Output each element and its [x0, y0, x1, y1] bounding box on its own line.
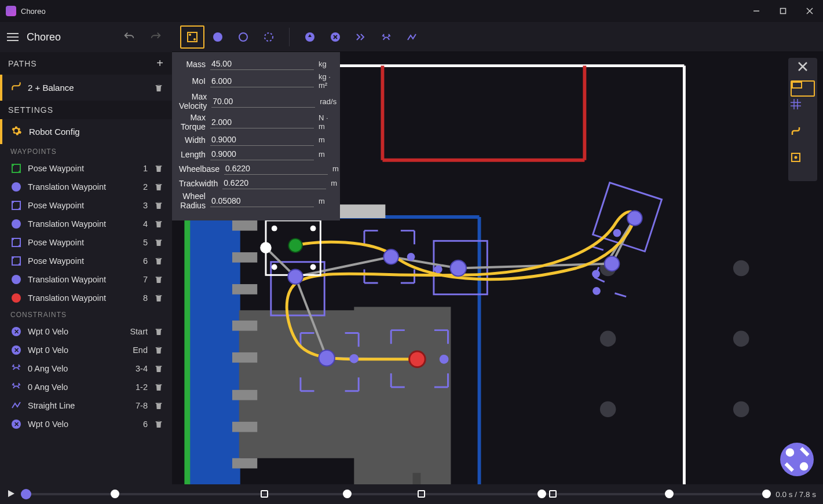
constraint-range: Start [126, 327, 148, 336]
svg-rect-26 [232, 284, 257, 295]
tool-stop-point[interactable] [349, 25, 373, 49]
config-input[interactable] [222, 177, 326, 189]
svg-point-8 [239, 33, 247, 41]
delete-path-button[interactable] [153, 83, 164, 93]
path-icon [10, 80, 22, 95]
delete-waypoint-button[interactable] [153, 293, 164, 303]
tool-straight-line[interactable] [400, 25, 424, 49]
constraint-icon: ✕ [10, 418, 22, 430]
svg-point-48 [288, 238, 302, 252]
gear-icon [10, 125, 22, 138]
waypoint-number: 7 [126, 275, 148, 284]
svg-point-72 [786, 448, 795, 457]
constraint-label: Wpt 0 Velo [28, 327, 120, 336]
waypoint-type-icon [10, 237, 22, 248]
delete-constraint-button[interactable] [153, 345, 164, 355]
constraint-item[interactable]: ✕ Wpt 0 Velo End [0, 341, 172, 359]
play-button[interactable] [7, 490, 15, 499]
delete-waypoint-button[interactable] [153, 238, 164, 247]
config-input[interactable] [224, 163, 328, 175]
config-input[interactable] [210, 195, 314, 207]
tool-angular-constraint[interactable] [374, 25, 398, 49]
waypoint-item[interactable]: Translation Waypoint 4 [0, 215, 172, 233]
config-row: Trackwidth m [179, 177, 331, 189]
timeline-scrubber[interactable] [21, 489, 31, 499]
constraint-item[interactable]: Straight Line 7-8 [0, 396, 172, 415]
constraint-item[interactable]: ✕ Wpt 0 Velo 6 [0, 415, 172, 433]
config-unit: m [319, 197, 331, 205]
delete-waypoint-button[interactable] [153, 164, 164, 173]
delete-constraint-button[interactable] [153, 327, 164, 336]
tool-translation-waypoint[interactable] [206, 25, 230, 49]
tool-initial-guess[interactable] [257, 25, 281, 49]
timeline: 0.0 s / 7.8 s [0, 484, 823, 504]
waypoint-item[interactable]: Translation Waypoint 8 [0, 289, 172, 307]
config-unit: m [332, 164, 339, 173]
robot-config-item[interactable]: Robot Config [0, 119, 172, 144]
waypoint-item[interactable]: Pose Waypoint 3 [0, 196, 172, 215]
paths-header: PATHS + [0, 52, 172, 75]
maximize-button[interactable] [770, 0, 796, 22]
tool-heading[interactable] [298, 25, 322, 49]
svg-point-50 [383, 249, 398, 264]
config-row: Width m [179, 134, 331, 146]
constraint-range: 3-4 [126, 364, 148, 373]
delete-constraint-button[interactable] [153, 382, 164, 392]
timeline-track[interactable] [21, 493, 770, 495]
config-label: Wheelbase [179, 164, 220, 174]
tool-pose-waypoint[interactable] [180, 25, 204, 49]
waypoint-item[interactable]: Pose Waypoint 1 [0, 159, 172, 178]
svg-rect-28 [232, 352, 257, 363]
view-trajectory-button[interactable] [791, 126, 815, 150]
path-item[interactable]: 2 + Balance [0, 75, 172, 101]
svg-point-73 [800, 462, 809, 471]
waypoint-number: 8 [126, 293, 148, 303]
waypoint-type-icon [10, 255, 22, 267]
waypoint-item[interactable]: Pose Waypoint 6 [0, 252, 172, 270]
config-input[interactable] [210, 58, 314, 70]
redo-button[interactable] [147, 28, 165, 46]
config-input[interactable] [210, 75, 314, 87]
generate-button[interactable] [780, 443, 814, 476]
close-button[interactable] [796, 0, 823, 22]
constraint-item[interactable]: 0 Ang Velo 3-4 [0, 359, 172, 378]
path-name: 2 + Balance [28, 83, 148, 93]
constraint-item[interactable]: 0 Ang Velo 1-2 [0, 378, 172, 396]
waypoint-item[interactable]: Pose Waypoint 5 [0, 233, 172, 252]
tool-velocity-constraint[interactable] [323, 25, 348, 49]
config-input[interactable] [210, 134, 314, 146]
tool-empty-waypoint[interactable] [231, 25, 255, 49]
config-input[interactable] [210, 148, 314, 160]
waypoint-type-icon [10, 292, 22, 304]
svg-point-55 [592, 270, 600, 278]
waypoint-item[interactable]: Translation Waypoint 7 [0, 270, 172, 289]
delete-constraint-button[interactable] [153, 420, 164, 429]
undo-button[interactable] [120, 28, 138, 46]
view-grid-button[interactable] [791, 99, 815, 123]
delete-waypoint-button[interactable] [153, 201, 164, 210]
config-input[interactable] [211, 95, 315, 108]
menu-button[interactable] [7, 33, 19, 41]
view-waypoints-button[interactable] [791, 152, 815, 176]
delete-constraint-button[interactable] [153, 364, 164, 373]
view-field-button[interactable] [791, 80, 815, 97]
delete-waypoint-button[interactable] [153, 219, 164, 229]
delete-waypoint-button[interactable] [153, 256, 164, 266]
add-path-button[interactable]: + [156, 57, 164, 70]
robot-config-panel: Mass kg MoI kg · m² Max Velocity rad/s M… [172, 52, 340, 220]
close-panel-button[interactable] [798, 61, 808, 75]
config-unit: m [319, 150, 331, 159]
constraint-item[interactable]: ✕ Wpt 0 Velo Start [0, 322, 172, 341]
constraint-icon [10, 400, 22, 411]
sidebar: Choreo PATHS + 2 + Balance SETTINGS [0, 22, 172, 484]
config-input[interactable] [210, 116, 314, 128]
delete-waypoint-button[interactable] [153, 182, 164, 192]
svg-point-62 [440, 355, 449, 364]
svg-point-6 [193, 38, 196, 41]
app-icon [6, 6, 16, 16]
delete-constraint-button[interactable] [153, 401, 164, 410]
delete-waypoint-button[interactable] [153, 275, 164, 284]
waypoint-item[interactable]: Translation Waypoint 2 [0, 178, 172, 196]
waypoint-label: Translation Waypoint [28, 219, 120, 229]
minimize-button[interactable] [743, 0, 770, 22]
